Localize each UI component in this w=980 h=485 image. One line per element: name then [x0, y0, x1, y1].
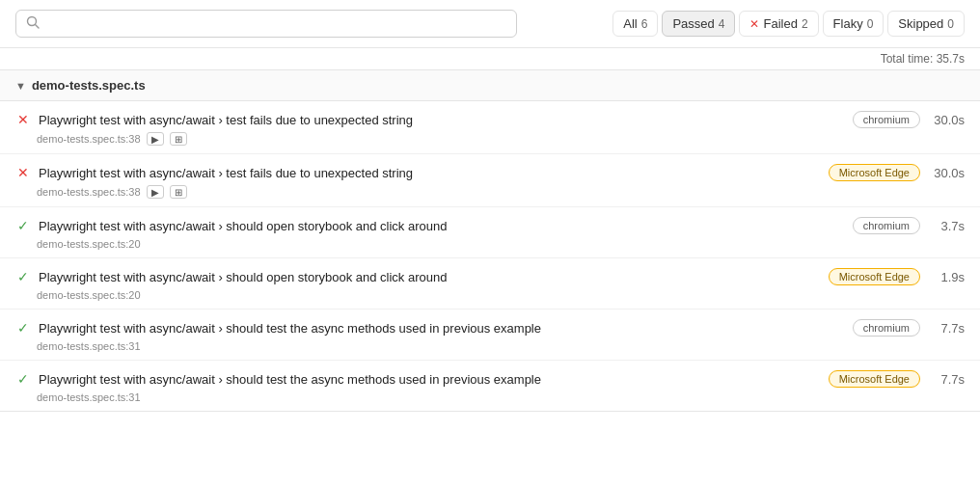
test-title: Playwright test with async/await › shoul… — [39, 270, 447, 284]
pass-icon: ✓ — [15, 320, 31, 336]
spec-group: ▼ demo-tests.spec.ts ✕ Playwright test w… — [0, 70, 980, 412]
svg-line-1 — [36, 25, 40, 29]
test-title: Playwright test with async/await › shoul… — [39, 372, 541, 387]
browser-badge: chromium — [853, 319, 920, 337]
test-main: ✓ Playwright test with async/await › sho… — [15, 207, 965, 238]
test-left: ✓ Playwright test with async/await › sho… — [15, 218, 853, 233]
pass-icon: ✓ — [15, 371, 31, 387]
test-row: ✕ Playwright test with async/await › tes… — [0, 101, 980, 154]
test-file: demo-tests.spec.ts:20 — [37, 289, 141, 301]
test-duration: 1.9s — [930, 270, 965, 284]
test-left: ✓ Playwright test with async/await › sho… — [15, 269, 829, 284]
fail-icon: ✕ — [15, 112, 31, 127]
test-left: ✓ Playwright test with async/await › sho… — [15, 320, 853, 336]
test-list: ✕ Playwright test with async/await › tes… — [0, 101, 980, 411]
search-input[interactable] — [45, 16, 506, 31]
chevron-down-icon: ▼ — [15, 80, 26, 92]
filter-tab-all[interactable]: All 6 — [612, 11, 658, 37]
test-file: demo-tests.spec.ts:31 — [37, 340, 141, 352]
pass-icon: ✓ — [15, 218, 31, 233]
test-right: chromium 30.0s — [853, 111, 965, 128]
test-title: Playwright test with async/await › shoul… — [39, 321, 541, 336]
test-meta: demo-tests.spec.ts:31 — [15, 391, 965, 411]
filter-tab-passed[interactable]: Passed 4 — [662, 11, 735, 37]
grid-icon[interactable]: ⊞ — [170, 185, 187, 199]
browser-badge: Microsoft Edge — [829, 268, 920, 285]
test-meta: demo-tests.spec.ts:38 ▶ ⊞ — [15, 132, 965, 153]
filter-tab-skipped[interactable]: Skipped 0 — [887, 11, 965, 37]
fail-icon: ✕ — [15, 165, 31, 180]
filter-tab-flaky-count: 0 — [867, 17, 874, 31]
filter-tabs: All 6 Passed 4 ✕ Failed 2 Flaky 0 Skippe… — [612, 11, 965, 37]
search-box[interactable] — [15, 10, 517, 38]
test-duration: 30.0s — [930, 113, 965, 127]
test-main: ✓ Playwright test with async/await › sho… — [15, 361, 965, 391]
pass-icon: ✓ — [15, 269, 31, 284]
browser-badge: chromium — [853, 111, 920, 128]
test-main: ✓ Playwright test with async/await › sho… — [15, 258, 965, 289]
test-row: ✓ Playwright test with async/await › sho… — [0, 207, 980, 258]
test-duration: 3.7s — [930, 219, 965, 233]
test-row: ✓ Playwright test with async/await › sho… — [0, 258, 980, 310]
play-icon[interactable]: ▶ — [147, 185, 164, 199]
top-bar: All 6 Passed 4 ✕ Failed 2 Flaky 0 Skippe… — [0, 0, 980, 48]
test-title: Playwright test with async/await › shoul… — [39, 219, 447, 233]
test-file: demo-tests.spec.ts:38 — [37, 186, 141, 198]
test-row: ✓ Playwright test with async/await › sho… — [0, 361, 980, 411]
test-file: demo-tests.spec.ts:31 — [37, 391, 141, 403]
total-time: Total time: 35.7s — [0, 48, 980, 70]
filter-tab-failed-label: Failed — [763, 16, 797, 31]
test-right: chromium 7.7s — [853, 319, 965, 337]
search-icon — [26, 15, 40, 32]
test-right: chromium 3.7s — [853, 217, 965, 234]
spec-header[interactable]: ▼ demo-tests.spec.ts — [0, 70, 980, 101]
test-left: ✕ Playwright test with async/await › tes… — [15, 112, 853, 127]
test-right: Microsoft Edge 30.0s — [829, 164, 965, 181]
test-meta: demo-tests.spec.ts:20 — [15, 238, 965, 257]
test-title: Playwright test with async/await › test … — [39, 113, 413, 127]
filter-tab-passed-count: 4 — [719, 17, 725, 31]
test-right: Microsoft Edge 1.9s — [829, 268, 965, 285]
filter-tab-passed-label: Passed — [672, 16, 714, 31]
browser-badge: Microsoft Edge — [829, 370, 920, 388]
test-row: ✕ Playwright test with async/await › tes… — [0, 154, 980, 207]
test-left: ✕ Playwright test with async/await › tes… — [15, 165, 829, 180]
filter-tab-skipped-count: 0 — [947, 17, 954, 31]
x-icon: ✕ — [749, 17, 759, 31]
test-main: ✕ Playwright test with async/await › tes… — [15, 154, 965, 185]
browser-badge: chromium — [853, 217, 920, 234]
test-meta: demo-tests.spec.ts:38 ▶ ⊞ — [15, 185, 965, 206]
test-file: demo-tests.spec.ts:38 — [37, 133, 141, 145]
filter-tab-all-count: 6 — [641, 17, 648, 31]
test-meta: demo-tests.spec.ts:31 — [15, 340, 965, 360]
test-duration: 7.7s — [930, 321, 965, 336]
filter-tab-all-label: All — [623, 16, 637, 31]
test-meta: demo-tests.spec.ts:20 — [15, 289, 965, 309]
filter-tab-flaky-label: Flaky — [833, 16, 863, 31]
test-main: ✕ Playwright test with async/await › tes… — [15, 101, 965, 132]
filter-tab-failed[interactable]: ✕ Failed 2 — [739, 11, 818, 37]
test-duration: 7.7s — [930, 372, 965, 387]
test-main: ✓ Playwright test with async/await › sho… — [15, 310, 965, 340]
filter-tab-flaky[interactable]: Flaky 0 — [823, 11, 885, 37]
filter-tab-failed-count: 2 — [802, 17, 808, 31]
browser-badge: Microsoft Edge — [829, 164, 920, 181]
test-duration: 30.0s — [930, 166, 965, 180]
test-row: ✓ Playwright test with async/await › sho… — [0, 310, 980, 361]
test-left: ✓ Playwright test with async/await › sho… — [15, 371, 829, 387]
filter-tab-skipped-label: Skipped — [898, 16, 943, 31]
test-file: demo-tests.spec.ts:20 — [37, 238, 141, 250]
play-icon[interactable]: ▶ — [147, 132, 164, 146]
spec-name: demo-tests.spec.ts — [32, 78, 146, 93]
test-right: Microsoft Edge 7.7s — [829, 370, 965, 388]
test-title: Playwright test with async/await › test … — [39, 166, 413, 180]
grid-icon[interactable]: ⊞ — [170, 132, 187, 146]
